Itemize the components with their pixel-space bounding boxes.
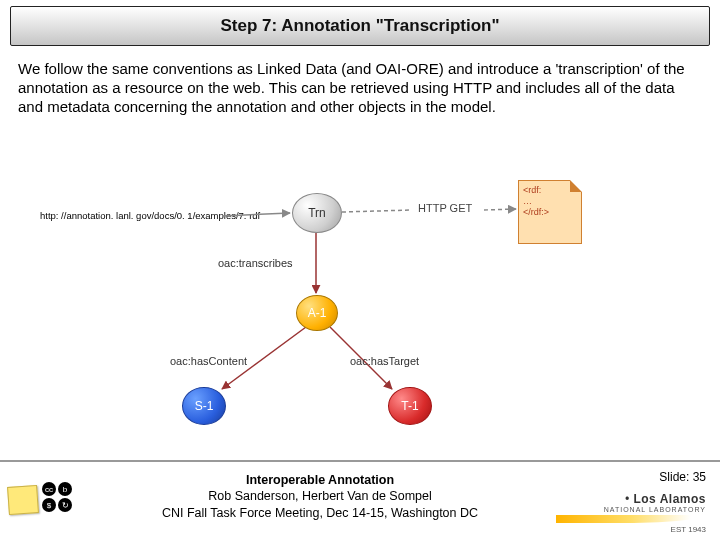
- slide-body-text: We follow the same conventions as Linked…: [18, 60, 702, 116]
- node-t1-label: T-1: [401, 399, 418, 413]
- node-trn: Trn: [292, 193, 342, 233]
- footer-venue: CNI Fall Task Force Meeting, Dec 14-15, …: [120, 505, 520, 521]
- lanl-sub: NATIONAL LABORATORY: [556, 506, 706, 513]
- diagram-arrows: [40, 165, 680, 445]
- footer-badges: cc b $ ↻: [8, 476, 68, 528]
- node-trn-label: Trn: [308, 206, 326, 220]
- edge-hastarget: oac:hasTarget: [350, 355, 419, 367]
- cc-license-icon: cc b $ ↻: [42, 482, 72, 512]
- nc-icon: $: [42, 498, 56, 512]
- footer-title: Interoperable Annotation: [120, 472, 520, 488]
- by-icon: b: [58, 482, 72, 496]
- lanl-name-text: Los Alamos: [633, 492, 706, 506]
- sa-icon: ↻: [58, 498, 72, 512]
- svg-line-5: [484, 209, 516, 210]
- edge-hascontent: oac:hasContent: [170, 355, 247, 367]
- node-a1: A-1: [296, 295, 338, 331]
- http-get-label: HTTP GET: [418, 202, 472, 214]
- slide-footer: cc b $ ↻ Interoperable Annotation Rob Sa…: [0, 460, 720, 540]
- rdf-text-mid: …: [523, 196, 577, 207]
- sticky-note-icon: [7, 485, 39, 515]
- slide-title: Step 7: Annotation "Transcription": [221, 16, 500, 36]
- lanl-name: • Los Alamos: [556, 492, 706, 506]
- example-url: http: //annotation. lanl. gov/docs/0. 1/…: [40, 210, 260, 221]
- footer-text: Interoperable Annotation Rob Sanderson, …: [120, 472, 520, 521]
- node-s1: S-1: [182, 387, 226, 425]
- svg-line-4: [342, 210, 412, 212]
- slide-title-bar: Step 7: Annotation "Transcription": [10, 6, 710, 46]
- annotation-diagram: http: //annotation. lanl. gov/docs/0. 1/…: [40, 165, 680, 445]
- rdf-document-icon: <rdf: … </rdf:>: [518, 180, 582, 244]
- edge-transcribes: oac:transcribes: [218, 257, 293, 269]
- lanl-swoosh-icon: [556, 515, 706, 523]
- rdf-text-bot: </rdf:>: [523, 207, 577, 218]
- cc-icon: cc: [42, 482, 56, 496]
- lanl-est: EST 1943: [556, 525, 706, 534]
- rdf-text-top: <rdf:: [523, 185, 577, 196]
- node-a1-label: A-1: [308, 306, 327, 320]
- node-t1: T-1: [388, 387, 432, 425]
- footer-authors: Rob Sanderson, Herbert Van de Sompel: [120, 488, 520, 504]
- slide-number: Slide: 35: [659, 470, 706, 484]
- lanl-logo: • Los Alamos NATIONAL LABORATORY EST 194…: [556, 492, 706, 534]
- node-s1-label: S-1: [195, 399, 214, 413]
